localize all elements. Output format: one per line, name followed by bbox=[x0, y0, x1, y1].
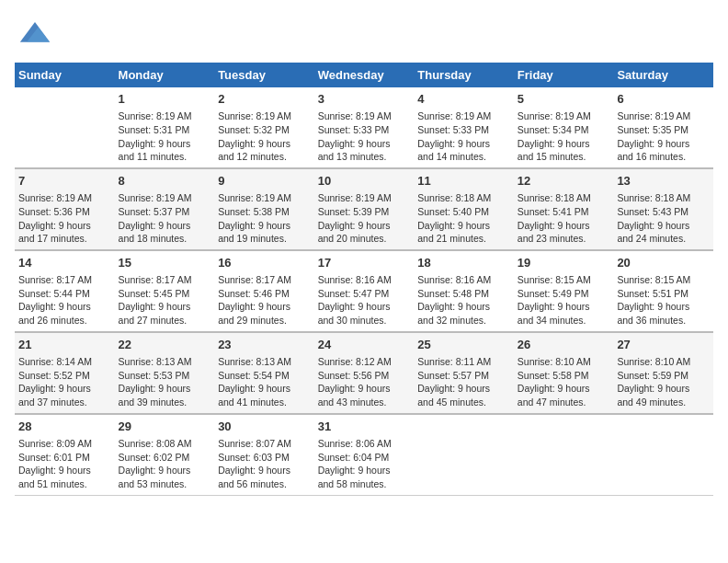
day-info: Sunrise: 8:19 AM Sunset: 5:32 PM Dayligh… bbox=[218, 109, 311, 164]
logo-icon bbox=[18, 15, 51, 48]
weekday-header-row: SundayMondayTuesdayWednesdayThursdayFrid… bbox=[15, 63, 713, 87]
day-number: 13 bbox=[617, 173, 710, 190]
weekday-header-monday: Monday bbox=[115, 63, 215, 87]
day-number: 7 bbox=[18, 173, 111, 190]
day-info: Sunrise: 8:18 AM Sunset: 5:43 PM Dayligh… bbox=[617, 191, 710, 246]
day-info: Sunrise: 8:16 AM Sunset: 5:48 PM Dayligh… bbox=[417, 273, 510, 327]
day-info: Sunrise: 8:09 AM Sunset: 6:01 PM Dayligh… bbox=[18, 437, 111, 491]
calendar-cell bbox=[414, 414, 514, 495]
day-number: 30 bbox=[218, 419, 311, 435]
day-info: Sunrise: 8:06 AM Sunset: 6:04 PM Dayligh… bbox=[318, 437, 411, 491]
day-info: Sunrise: 8:15 AM Sunset: 5:49 PM Dayligh… bbox=[518, 273, 610, 327]
day-info: Sunrise: 8:19 AM Sunset: 5:35 PM Dayligh… bbox=[617, 109, 710, 164]
calendar-cell: 27Sunrise: 8:10 AM Sunset: 5:59 PM Dayli… bbox=[613, 332, 713, 414]
day-info: Sunrise: 8:13 AM Sunset: 5:53 PM Dayligh… bbox=[119, 355, 211, 409]
calendar-cell: 20Sunrise: 8:15 AM Sunset: 5:51 PM Dayli… bbox=[613, 250, 713, 332]
calendar-cell: 11Sunrise: 8:18 AM Sunset: 5:40 PM Dayli… bbox=[414, 168, 514, 250]
calendar-cell: 29Sunrise: 8:08 AM Sunset: 6:02 PM Dayli… bbox=[115, 414, 215, 495]
day-number: 26 bbox=[518, 337, 610, 353]
day-info: Sunrise: 8:19 AM Sunset: 5:39 PM Dayligh… bbox=[318, 191, 411, 246]
day-number: 29 bbox=[119, 419, 211, 435]
day-number: 23 bbox=[218, 337, 311, 353]
calendar-cell: 10Sunrise: 8:19 AM Sunset: 5:39 PM Dayli… bbox=[314, 168, 415, 250]
weekday-header-sunday: Sunday bbox=[15, 63, 115, 87]
day-number: 15 bbox=[119, 255, 211, 271]
day-info: Sunrise: 8:11 AM Sunset: 5:57 PM Dayligh… bbox=[417, 355, 510, 409]
day-number: 24 bbox=[318, 337, 411, 353]
day-number: 22 bbox=[119, 337, 211, 353]
day-info: Sunrise: 8:19 AM Sunset: 5:33 PM Dayligh… bbox=[318, 109, 411, 164]
calendar-cell: 8Sunrise: 8:19 AM Sunset: 5:37 PM Daylig… bbox=[115, 168, 215, 250]
day-number: 5 bbox=[518, 91, 610, 108]
calendar-cell: 16Sunrise: 8:17 AM Sunset: 5:46 PM Dayli… bbox=[214, 250, 314, 332]
weekday-header-friday: Friday bbox=[514, 63, 614, 87]
weekday-header-wednesday: Wednesday bbox=[314, 63, 415, 87]
day-number: 9 bbox=[218, 173, 311, 190]
calendar-cell: 17Sunrise: 8:16 AM Sunset: 5:47 PM Dayli… bbox=[314, 250, 415, 332]
day-number: 11 bbox=[417, 173, 510, 190]
day-number: 10 bbox=[318, 173, 411, 190]
calendar-cell: 5Sunrise: 8:19 AM Sunset: 5:34 PM Daylig… bbox=[514, 87, 614, 168]
day-info: Sunrise: 8:13 AM Sunset: 5:54 PM Dayligh… bbox=[218, 355, 311, 409]
day-number: 21 bbox=[18, 337, 111, 353]
day-number: 31 bbox=[318, 419, 411, 435]
calendar-cell: 9Sunrise: 8:19 AM Sunset: 5:38 PM Daylig… bbox=[214, 168, 314, 250]
day-number: 28 bbox=[18, 419, 111, 435]
day-info: Sunrise: 8:08 AM Sunset: 6:02 PM Dayligh… bbox=[119, 437, 211, 491]
day-info: Sunrise: 8:12 AM Sunset: 5:56 PM Dayligh… bbox=[318, 355, 411, 409]
calendar-table: SundayMondayTuesdayWednesdayThursdayFrid… bbox=[15, 63, 713, 496]
day-number: 20 bbox=[617, 255, 710, 271]
calendar-cell: 30Sunrise: 8:07 AM Sunset: 6:03 PM Dayli… bbox=[214, 414, 314, 495]
day-number: 27 bbox=[617, 337, 710, 353]
day-number: 12 bbox=[518, 173, 610, 190]
day-number: 1 bbox=[119, 91, 211, 108]
day-number: 6 bbox=[617, 91, 710, 108]
calendar-cell: 23Sunrise: 8:13 AM Sunset: 5:54 PM Dayli… bbox=[214, 332, 314, 414]
weekday-header-thursday: Thursday bbox=[414, 63, 514, 87]
calendar-cell: 14Sunrise: 8:17 AM Sunset: 5:44 PM Dayli… bbox=[15, 250, 115, 332]
calendar-cell: 24Sunrise: 8:12 AM Sunset: 5:56 PM Dayli… bbox=[314, 332, 415, 414]
day-number: 17 bbox=[318, 255, 411, 271]
weekday-header-tuesday: Tuesday bbox=[214, 63, 314, 87]
calendar-cell: 1Sunrise: 8:19 AM Sunset: 5:31 PM Daylig… bbox=[115, 87, 215, 168]
day-info: Sunrise: 8:07 AM Sunset: 6:03 PM Dayligh… bbox=[218, 437, 311, 491]
calendar-cell bbox=[613, 414, 713, 495]
calendar-cell: 15Sunrise: 8:17 AM Sunset: 5:45 PM Dayli… bbox=[115, 250, 215, 332]
day-info: Sunrise: 8:19 AM Sunset: 5:31 PM Dayligh… bbox=[119, 109, 211, 164]
calendar-week-row: 7Sunrise: 8:19 AM Sunset: 5:36 PM Daylig… bbox=[15, 168, 713, 250]
calendar-week-row: 28Sunrise: 8:09 AM Sunset: 6:01 PM Dayli… bbox=[15, 414, 713, 495]
day-number: 16 bbox=[218, 255, 311, 271]
calendar-cell: 3Sunrise: 8:19 AM Sunset: 5:33 PM Daylig… bbox=[314, 87, 415, 168]
day-number: 4 bbox=[417, 91, 510, 108]
calendar-cell: 12Sunrise: 8:18 AM Sunset: 5:41 PM Dayli… bbox=[514, 168, 614, 250]
calendar-cell: 21Sunrise: 8:14 AM Sunset: 5:52 PM Dayli… bbox=[15, 332, 115, 414]
day-info: Sunrise: 8:19 AM Sunset: 5:33 PM Dayligh… bbox=[417, 109, 510, 164]
calendar-cell: 22Sunrise: 8:13 AM Sunset: 5:53 PM Dayli… bbox=[115, 332, 215, 414]
calendar-cell: 4Sunrise: 8:19 AM Sunset: 5:33 PM Daylig… bbox=[414, 87, 514, 168]
calendar-cell bbox=[15, 87, 115, 168]
day-number: 3 bbox=[318, 91, 411, 108]
day-number: 19 bbox=[518, 255, 610, 271]
day-number: 18 bbox=[417, 255, 510, 271]
day-info: Sunrise: 8:17 AM Sunset: 5:44 PM Dayligh… bbox=[18, 273, 111, 327]
calendar-cell: 25Sunrise: 8:11 AM Sunset: 5:57 PM Dayli… bbox=[414, 332, 514, 414]
day-info: Sunrise: 8:10 AM Sunset: 5:58 PM Dayligh… bbox=[518, 355, 610, 409]
calendar-week-row: 14Sunrise: 8:17 AM Sunset: 5:44 PM Dayli… bbox=[15, 250, 713, 332]
day-info: Sunrise: 8:15 AM Sunset: 5:51 PM Dayligh… bbox=[617, 273, 710, 327]
calendar-week-row: 21Sunrise: 8:14 AM Sunset: 5:52 PM Dayli… bbox=[15, 332, 713, 414]
calendar-cell: 31Sunrise: 8:06 AM Sunset: 6:04 PM Dayli… bbox=[314, 414, 415, 495]
day-number: 25 bbox=[417, 337, 510, 353]
day-info: Sunrise: 8:19 AM Sunset: 5:38 PM Dayligh… bbox=[218, 191, 311, 246]
calendar-week-row: 1Sunrise: 8:19 AM Sunset: 5:31 PM Daylig… bbox=[15, 87, 713, 168]
calendar-cell: 13Sunrise: 8:18 AM Sunset: 5:43 PM Dayli… bbox=[613, 168, 713, 250]
logo bbox=[15, 15, 51, 52]
day-info: Sunrise: 8:19 AM Sunset: 5:36 PM Dayligh… bbox=[18, 191, 111, 246]
day-number: 2 bbox=[218, 91, 311, 108]
day-info: Sunrise: 8:17 AM Sunset: 5:45 PM Dayligh… bbox=[119, 273, 211, 327]
calendar-cell: 6Sunrise: 8:19 AM Sunset: 5:35 PM Daylig… bbox=[613, 87, 713, 168]
calendar-cell: 26Sunrise: 8:10 AM Sunset: 5:58 PM Dayli… bbox=[514, 332, 614, 414]
calendar-cell: 7Sunrise: 8:19 AM Sunset: 5:36 PM Daylig… bbox=[15, 168, 115, 250]
calendar-cell: 2Sunrise: 8:19 AM Sunset: 5:32 PM Daylig… bbox=[214, 87, 314, 168]
calendar-cell bbox=[514, 414, 614, 495]
day-info: Sunrise: 8:16 AM Sunset: 5:47 PM Dayligh… bbox=[318, 273, 411, 327]
